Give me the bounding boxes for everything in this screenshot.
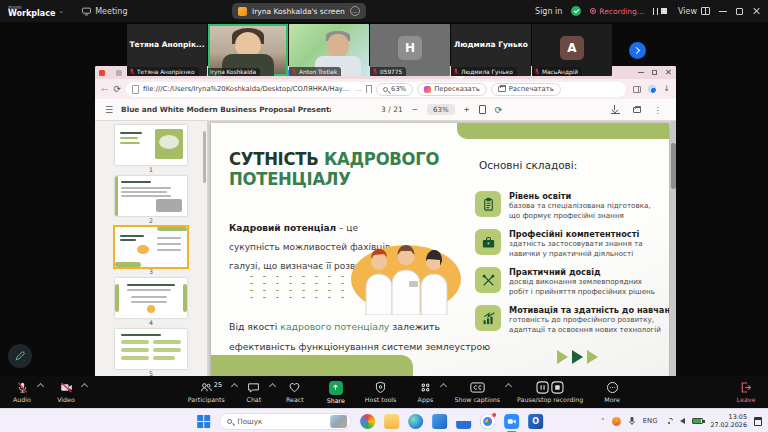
- share-icon: [329, 381, 343, 395]
- apps-chevron[interactable]: [440, 382, 447, 389]
- zoom-app-icon[interactable]: [504, 414, 519, 429]
- more-button[interactable]: More: [600, 381, 624, 403]
- chevron-right-icon: [633, 47, 640, 54]
- window-maximize-button[interactable]: [736, 8, 743, 15]
- outlook-icon[interactable]: O: [528, 414, 543, 429]
- downloads-icon[interactable]: ↓: [663, 85, 670, 93]
- participant-tile-lyudmyla[interactable]: Людмила Гунько Людмила Гунько: [451, 24, 531, 76]
- pdf-download-icon[interactable]: [611, 106, 620, 114]
- react-button[interactable]: React: [283, 381, 307, 403]
- share-button[interactable]: Share: [324, 381, 348, 404]
- profile-sync-icon[interactable]: [648, 85, 656, 93]
- audio-button[interactable]: Audio: [10, 381, 34, 403]
- slide-bottom-accent-bar: [211, 355, 413, 377]
- chat-chevron[interactable]: [269, 382, 276, 389]
- store-icon[interactable]: [432, 414, 447, 429]
- pdf-zoom-in-button[interactable]: +: [464, 105, 470, 114]
- leave-button[interactable]: Leave: [734, 381, 758, 403]
- host-tools-button[interactable]: Host tools: [365, 381, 397, 403]
- slide-title: СУТНІСТЬ КАДРОВОГО ПОТЕНЦІАЛУ: [229, 149, 439, 189]
- participant-tile-iryna[interactable]: Iryna Koshkalda: [208, 24, 288, 76]
- notification-center-icon[interactable]: [754, 417, 762, 426]
- language-indicator[interactable]: ENG: [643, 417, 658, 425]
- pdf-menu-icon[interactable]: ☰: [105, 105, 113, 115]
- window-minimize-button[interactable]: [719, 11, 727, 12]
- reload-icon[interactable]: ⟳: [114, 85, 122, 94]
- save-app-icon[interactable]: [456, 414, 471, 429]
- thumbnail-2[interactable]: 2: [115, 176, 187, 224]
- chat-button[interactable]: Chat: [242, 381, 266, 403]
- page-zoom-chip[interactable]: 63%: [376, 83, 413, 96]
- participants-button[interactable]: 25 Participants: [188, 381, 225, 403]
- pdf-zoom-out-button[interactable]: −: [412, 105, 418, 114]
- thumbnail-scrollbar[interactable]: [203, 131, 206, 183]
- audio-options-chevron[interactable]: [37, 383, 44, 390]
- pdf-more-icon[interactable]: ⋮: [654, 105, 663, 115]
- back-icon[interactable]: ←: [101, 85, 109, 94]
- tab-meeting[interactable]: Meeting: [82, 7, 127, 16]
- pdf-scrollbar-thumb[interactable]: [671, 143, 676, 189]
- thumbnail-1[interactable]: 1: [115, 125, 187, 173]
- tab-shared-screen[interactable]: Iryna Koshkalda's screen …: [232, 3, 366, 19]
- participant-tile-h[interactable]: H 059775: [370, 24, 450, 76]
- muted-mic-icon: [291, 68, 297, 75]
- copilot-icon[interactable]: [360, 414, 375, 429]
- start-button[interactable]: [197, 415, 210, 428]
- participant-tile-tetyana[interactable]: Тетяна Анопрік... Тетяна Анопрієнко: [127, 24, 207, 76]
- tray-expand-chevron[interactable]: ˄: [601, 417, 605, 426]
- rotate-icon[interactable]: ⟳: [495, 105, 503, 115]
- view-layout-icon: [701, 7, 710, 15]
- thumbnail-5[interactable]: 5: [115, 329, 187, 377]
- battery-icon[interactable]: [692, 418, 703, 424]
- taskbar-clock[interactable]: 13:05 27.02.2026: [710, 413, 747, 430]
- pdf-print-icon[interactable]: [633, 107, 641, 113]
- growth-chart-icon: [475, 305, 501, 331]
- captions-chevron[interactable]: [505, 382, 512, 389]
- taskbar-search[interactable]: Пошук: [219, 413, 351, 430]
- pdf-scrollbar[interactable]: [671, 121, 676, 377]
- tray-app-icon[interactable]: [612, 417, 621, 426]
- thumbnail-3-selected[interactable]: 3: [115, 227, 187, 275]
- fit-page-icon[interactable]: [479, 105, 486, 114]
- pause-icon[interactable]: [653, 8, 658, 15]
- pause-stop-recording-button[interactable]: Pause/stop recording: [517, 381, 583, 403]
- edge-icon[interactable]: [408, 414, 423, 429]
- pdf-zoom-level[interactable]: 63%: [427, 104, 455, 115]
- participant-tile-masandriy[interactable]: А МасьАндрій: [532, 24, 612, 76]
- volume-icon[interactable]: [680, 418, 685, 424]
- captions-button[interactable]: Show captions: [454, 381, 500, 403]
- url-field[interactable]: file:///C:/Users/Iryna%20Koshkalda/Deskt…: [126, 82, 626, 97]
- chevron-down-icon[interactable]: ⌄: [58, 7, 64, 15]
- side-panel-icon[interactable]: [633, 86, 641, 93]
- leave-icon: [739, 381, 752, 394]
- tray-mic-icon[interactable]: [628, 416, 636, 426]
- participants-count: 25: [214, 381, 222, 389]
- participants-chevron[interactable]: [231, 382, 238, 389]
- pdf-page-indicator: 3 / 21: [381, 105, 403, 114]
- slide-item-education: Рівень освіти базова та спеціалізована п…: [475, 191, 665, 220]
- annotate-button[interactable]: [8, 344, 32, 368]
- thumbnail-4[interactable]: 4: [115, 278, 187, 326]
- print-page-button[interactable]: Распечатать: [491, 83, 561, 96]
- view-button[interactable]: View: [678, 7, 710, 16]
- window-close-button[interactable]: [752, 7, 760, 15]
- file-icon: [132, 85, 139, 94]
- chrome-icon[interactable]: [480, 414, 495, 429]
- video-options-chevron[interactable]: [81, 383, 88, 390]
- next-participants-button[interactable]: [629, 42, 646, 59]
- browser-window: + ← ⟳ file:///C:/Users/Iryna%20Koshkalda…: [95, 66, 676, 378]
- bookmark-icon[interactable]: [366, 85, 372, 93]
- sign-in-link[interactable]: Sign in: [535, 7, 562, 16]
- mic-muted-icon: [16, 381, 29, 394]
- retell-button[interactable]: Пересказать: [417, 83, 487, 96]
- recording-controls[interactable]: [653, 8, 667, 15]
- participant-tile-anton[interactable]: Anton Tretiak: [289, 24, 369, 76]
- video-button[interactable]: Video: [54, 381, 78, 403]
- url-text: file:///C:/Users/Iryna%20Koshkalda/Deskt…: [143, 85, 351, 93]
- tab-options-icon[interactable]: …: [350, 6, 360, 16]
- wifi-icon[interactable]: [664, 418, 673, 425]
- stop-icon[interactable]: [661, 8, 667, 14]
- file-explorer-icon[interactable]: [384, 414, 399, 429]
- apps-button[interactable]: Apps: [413, 381, 437, 403]
- slide-item-motivation: Мотивація та здатність до навчання готов…: [475, 305, 665, 334]
